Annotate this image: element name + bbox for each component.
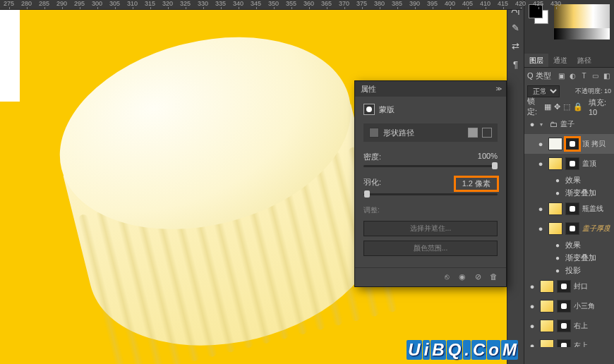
lock-all-icon[interactable]: 🔒 xyxy=(573,102,583,111)
layer-item[interactable]: ●盖子厚度 xyxy=(524,219,614,238)
layer-name[interactable]: 瓶盖线 xyxy=(582,204,603,214)
shape-path-label: 形状路径 xyxy=(379,128,468,138)
layer-name[interactable]: 盖子 xyxy=(560,119,574,129)
fill-label[interactable]: 填充: 10 xyxy=(589,97,611,116)
filter-pixel-icon[interactable]: ▣ xyxy=(557,71,566,80)
shape-path-row: 形状路径 xyxy=(363,123,498,142)
layer-item[interactable]: ●右上 xyxy=(524,316,614,336)
mask-label: 蒙版 xyxy=(379,104,395,115)
tab-layers[interactable]: 图层 xyxy=(524,54,548,67)
lock-position-icon[interactable]: ✥ xyxy=(554,102,560,111)
delete-mask-icon[interactable]: 🗑 xyxy=(488,272,499,282)
blend-mode-select[interactable]: 正常 xyxy=(527,85,560,97)
swap-icon[interactable]: ⇄ xyxy=(510,41,522,52)
layer-item[interactable]: ●封口 xyxy=(524,277,614,296)
layer-filter-row: Q 类型 ▣ ◐ T ▭ ◧ xyxy=(524,68,614,83)
layer-thumb xyxy=(548,157,562,170)
layer-mask-thumb[interactable] xyxy=(557,339,571,347)
layer-effect[interactable]: ●渐变叠加 xyxy=(524,251,614,264)
panel-menu-icon[interactable]: >> xyxy=(495,85,500,92)
chevron-down-icon[interactable]: ▾ xyxy=(540,121,547,128)
layer-mask-thumb[interactable] xyxy=(565,222,579,235)
layer-group[interactable]: ●▾🗀盖子 xyxy=(524,114,614,134)
visibility-icon[interactable]: ● xyxy=(536,159,546,168)
layers-list: ●▾🗀盖子●顶 拷贝●盖顶●效果●渐变叠加●瓶盖线●盖子厚度●效果●渐变叠加●投… xyxy=(524,114,614,347)
visibility-icon[interactable]: ● xyxy=(536,140,546,148)
lock-pixels-icon[interactable]: ▦ xyxy=(544,102,551,111)
color-range-button[interactable]: 颜色范围... xyxy=(363,241,498,256)
properties-titlebar[interactable]: 属性 >> xyxy=(355,81,506,97)
lock-row: 锁定: ▦ ✥ ⬚ 🔒 填充: 10 xyxy=(524,99,614,114)
layer-item[interactable]: ●左上 xyxy=(524,336,614,347)
layer-effect[interactable]: ●投影 xyxy=(524,264,614,277)
layer-thumb xyxy=(540,339,554,347)
visibility-icon[interactable]: ● xyxy=(527,282,537,291)
layer-name[interactable]: 盖子厚度 xyxy=(582,224,610,233)
link-mask-icon[interactable]: ⎋ xyxy=(441,272,452,282)
mask-icon xyxy=(363,104,375,115)
layer-mask-thumb[interactable] xyxy=(557,280,571,293)
layer-effect[interactable]: ●渐变叠加 xyxy=(524,186,614,199)
visibility-icon[interactable]: ● xyxy=(536,205,546,213)
layer-effect[interactable]: ●效果 xyxy=(524,238,614,251)
density-value[interactable]: 100% xyxy=(478,152,498,162)
color-ramp[interactable] xyxy=(554,4,610,40)
layer-name[interactable]: 盖顶 xyxy=(582,159,596,169)
layer-mask-thumb[interactable] xyxy=(557,300,571,313)
layer-name[interactable]: 顶 拷贝 xyxy=(582,139,606,149)
pixel-mask-icon[interactable] xyxy=(468,128,478,138)
folder-icon: 🗀 xyxy=(550,120,558,128)
watermark: UiBQ.CoM xyxy=(407,340,518,360)
tab-channels[interactable]: 通道 xyxy=(548,54,572,67)
layer-mask-thumb[interactable] xyxy=(565,157,579,170)
filter-type-icon[interactable]: T xyxy=(579,71,589,80)
feather-slider[interactable] xyxy=(363,193,498,195)
layer-mask-thumb[interactable] xyxy=(557,320,571,332)
layer-item[interactable]: ●小三角 xyxy=(524,296,614,316)
feather-label: 羽化: xyxy=(363,177,381,190)
opacity-label[interactable]: 不透明度: 10 xyxy=(575,87,611,96)
tab-paths[interactable]: 路径 xyxy=(572,54,596,67)
density-slider[interactable] xyxy=(363,165,498,167)
visibility-icon[interactable]: ● xyxy=(527,120,537,128)
brush-icon[interactable]: ✎ xyxy=(510,23,522,34)
horizontal-ruler: 2752802852902953003053103153203253303353… xyxy=(0,0,522,10)
visibility-icon[interactable]: ● xyxy=(527,302,537,310)
lock-artboard-icon[interactable]: ⬚ xyxy=(563,102,570,111)
layer-name[interactable]: 左上 xyxy=(574,341,588,347)
mask-header: 蒙版 xyxy=(363,104,498,115)
select-and-mask-button[interactable]: 选择并遮住... xyxy=(363,221,498,236)
layer-thumb xyxy=(548,222,562,235)
layer-item[interactable]: ●盖顶 xyxy=(524,154,614,174)
filter-smart-icon[interactable]: ◧ xyxy=(602,71,611,80)
layer-thumb xyxy=(540,300,554,313)
visibility-icon[interactable]: ● xyxy=(527,341,537,347)
paragraph-icon[interactable]: ¶ xyxy=(510,59,522,71)
layer-thumb xyxy=(540,280,554,293)
layer-item[interactable]: ●瓶盖线 xyxy=(524,199,614,219)
right-dock: 图层 通道 路径 Q 类型 ▣ ◐ T ▭ ◧ 正常 不透明度: 10 锁定: … xyxy=(524,0,614,364)
layer-effect[interactable]: ●效果 xyxy=(524,174,614,186)
filter-adjust-icon[interactable]: ◐ xyxy=(568,71,577,80)
density-field: 密度: 100% xyxy=(363,152,498,167)
filter-shape-icon[interactable]: ▭ xyxy=(591,71,600,80)
apply-mask-icon[interactable]: ◉ xyxy=(457,272,468,282)
layer-name[interactable]: 右上 xyxy=(574,321,588,331)
layer-name[interactable]: 封口 xyxy=(574,281,588,291)
layer-thumb xyxy=(548,138,562,150)
visibility-icon[interactable]: ● xyxy=(536,224,546,233)
properties-footer: ⎋ ◉ ⊘ 🗑 xyxy=(355,267,506,286)
disable-mask-icon[interactable]: ⊘ xyxy=(472,272,483,282)
tool-sidebar: A| ✎ ⇄ ¶ xyxy=(507,0,524,364)
layer-mask-thumb[interactable] xyxy=(565,138,579,150)
lock-label: 锁定: xyxy=(527,96,541,117)
properties-title: 属性 xyxy=(361,84,376,95)
path-thumb xyxy=(369,128,379,138)
visibility-icon[interactable]: ● xyxy=(527,322,537,330)
layer-mask-thumb[interactable] xyxy=(565,202,579,215)
layer-name[interactable]: 小三角 xyxy=(574,301,595,311)
feather-value[interactable]: 1.2 像素 xyxy=(455,177,498,190)
properties-panel: 属性 >> 蒙版 形状路径 密度: 100% 羽化: 1.2 像素 xyxy=(354,80,507,287)
layer-item[interactable]: ●顶 拷贝 xyxy=(524,134,614,154)
vector-mask-icon[interactable] xyxy=(482,128,492,138)
